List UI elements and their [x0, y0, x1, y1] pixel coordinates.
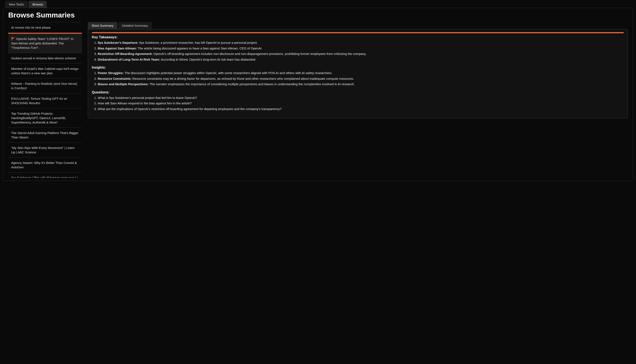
sidebar-item[interactable]: Refacer - Painting to Realistic (and Vic… [8, 78, 82, 94]
summary-list: Ilya Sutskever's Departure: Ilya Sutskev… [92, 40, 624, 62]
summary-list-item: Ilya Sutskever's Departure: Ilya Sutskev… [98, 40, 624, 45]
sidebar-item-title: Member of Israel's War Cabinet says he'l… [11, 67, 79, 75]
sidebar-item[interactable]: Top Trending GitHub Projects: HackingBud… [8, 108, 82, 128]
sidebar-item-title: Giuliani served in Arizona fake elector … [11, 56, 76, 60]
summary-list-item: Bias Against Sam Altman: The article bei… [98, 46, 624, 51]
sidebar-item[interactable]: Member of Israel's War Cabinet says he'l… [8, 64, 82, 78]
item-text: OpenAI's off-boarding agreement includes… [152, 52, 366, 56]
tab-detailed-summary[interactable]: Detailed Summary [118, 22, 152, 29]
summary-list-item: What is Ilya Sutskever's personal projec… [98, 96, 624, 100]
sidebar-item-title: "My Skin Rips With Every Movement" | Lis… [11, 146, 75, 154]
item-label: Ilya Sutskever's Departure: [98, 41, 138, 44]
sidebar-item[interactable]: Agency Swarm: Why It's Better Than CrewA… [8, 158, 82, 172]
summary-panel: Short Summary Detailed Summary Key Takea… [88, 22, 628, 178]
item-text: Resource constraints may be a driving fa… [132, 77, 354, 80]
sidebar-item[interactable]: The Secret Adult Gaming Platform That's … [8, 128, 82, 143]
sidebar-item[interactable]: Ilya Sutskever | This will all happen ne… [8, 172, 82, 178]
summary-list-item: Restrictive Off-Boarding Agreement: Open… [98, 52, 624, 56]
item-text: The discussion highlights potential powe… [124, 71, 332, 75]
sidebar-item[interactable]: EXCLUSIVE: Torture Testing GPT-4o w/ SHO… [8, 94, 82, 108]
item-label: Power Struggles: [98, 71, 124, 75]
summary-list: Power Struggles: The discussion highligh… [92, 71, 624, 87]
summary-list-item: What are the implications of OpenAI's re… [98, 107, 624, 112]
main-container: Browse Summaries AI moves into its next … [3, 8, 633, 181]
summary-list-item: How will Sam Altman respond to the bias … [98, 101, 624, 106]
summary-list-item: Power Struggles: The discussion highligh… [98, 71, 624, 76]
summary-tabs: Short Summary Detailed Summary [88, 22, 628, 29]
sidebar-item-title: The Secret Adult Gaming Platform That's … [11, 131, 78, 139]
item-text: How will Sam Altman respond to the bias … [98, 102, 192, 105]
sidebar-list[interactable]: AI moves into its next phase🚩OpenAI Safe… [8, 22, 82, 178]
item-label: Disbandment of Long-Term AI Risk Team: [98, 58, 160, 61]
summary-body: Key Takeaways:Ilya Sutskever's Departure… [88, 29, 628, 118]
summary-list-item: Disbandment of Long-Term AI Risk Team: A… [98, 57, 624, 62]
item-label: Bias Against Sam Altman: [98, 46, 137, 50]
sidebar-item-title: OpenAI Safety Team "LOSES TRUST" in Sam … [11, 37, 74, 50]
summary-list-item: Resource Constraints: Resource constrain… [98, 76, 624, 81]
content-area: AI moves into its next phase🚩OpenAI Safe… [3, 22, 633, 178]
sidebar-item[interactable]: 🚩OpenAI Safety Team "LOSES TRUST" in Sam… [8, 33, 82, 53]
sidebar-item-title: Agency Swarm: Why It's Better Than CrewA… [11, 161, 77, 169]
sidebar-item-title: AI moves into its next phase [11, 26, 51, 29]
tab-new-tasks[interactable]: New Tasks [5, 1, 28, 8]
item-label: Restrictive Off-Boarding Agreement: [98, 52, 152, 56]
sidebar-item-title: Refacer - Painting to Realistic (and Vic… [11, 82, 77, 90]
tab-browse[interactable]: Browse [29, 1, 47, 8]
sidebar-item[interactable]: Giuliani served in Arizona fake elector … [8, 53, 82, 64]
item-label: Resource Constraints: [98, 77, 132, 80]
item-text: Ilya Sutskever, a prominent researcher, … [138, 41, 257, 44]
item-text: What are the implications of OpenAI's re… [98, 107, 281, 111]
accent-bar [92, 32, 624, 33]
sidebar-item-title: EXCLUSIVE: Torture Testing GPT-4o w/ SHO… [11, 97, 67, 105]
sidebar-item-title: Ilya Sutskever | This will all happen ne… [11, 176, 78, 178]
item-text: According to Wired, OpenAI's long-term A… [160, 58, 256, 61]
section-heading: Insights: [92, 66, 624, 70]
summary-list-item: Biases and Multiple Perspectives: The na… [98, 82, 624, 87]
section-heading: Questions: [92, 90, 624, 94]
sidebar-item[interactable]: "My Skin Rips With Every Movement" | Lis… [8, 143, 82, 158]
top-tabs: New Tasks Browse [0, 0, 636, 8]
sidebar-item[interactable]: AI moves into its next phase [8, 22, 82, 33]
tab-short-summary[interactable]: Short Summary [88, 22, 117, 29]
item-text: The narrator emphasizes the importance o… [149, 82, 355, 86]
item-label: Biases and Multiple Perspectives: [98, 82, 149, 86]
flag-icon: 🚩 [11, 37, 15, 40]
summary-list: What is Ilya Sutskever's personal projec… [92, 96, 624, 112]
section-heading: Key Takeaways: [92, 35, 624, 39]
sidebar-item-title: Top Trending GitHub Projects: HackingBud… [11, 112, 66, 124]
item-text: What is Ilya Sutskever's personal projec… [98, 96, 197, 100]
page-title: Browse Summaries [3, 11, 633, 22]
item-text: The article being discussed appears to h… [137, 46, 262, 50]
